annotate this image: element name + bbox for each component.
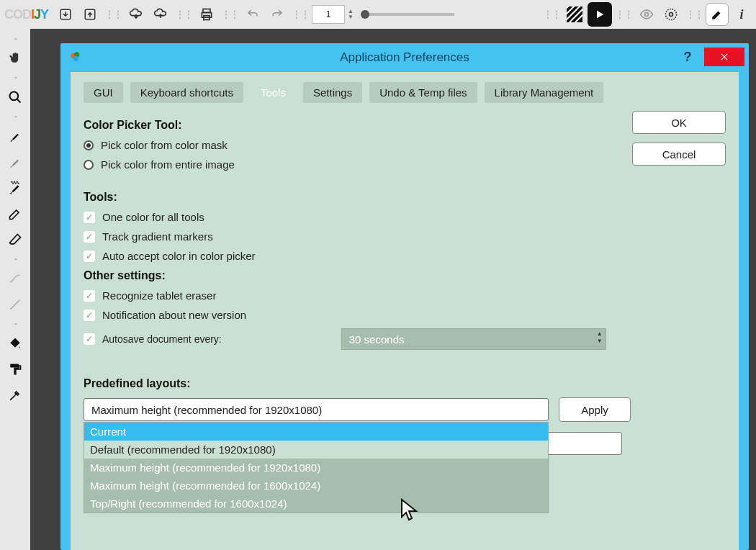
upload-box-icon — [84, 8, 96, 21]
eye-icon — [639, 7, 654, 22]
apply-button[interactable]: Apply — [559, 397, 631, 422]
tab-gui[interactable]: GUI — [84, 82, 123, 103]
line-tool[interactable] — [3, 292, 27, 317]
zoom-tool[interactable] — [3, 85, 27, 109]
checkbox-autosave-label: Autosave document every: — [102, 333, 222, 345]
radio-pick-mask[interactable]: Pick color from color mask — [84, 139, 631, 151]
diagonal-pattern-icon — [567, 6, 582, 22]
dialog-title: Application Preferences — [60, 43, 749, 72]
checkbox-track-gradient[interactable]: ✓Track gradient markers — [84, 230, 631, 243]
left-toolbar: ··· ··· ··· ··· ··· — [0, 29, 30, 550]
layout-select[interactable]: Maximum height (recommended for 1920x108… — [84, 398, 549, 421]
separator: ··· — [6, 256, 24, 262]
dropdown-item-topright[interactable]: Top/Right (recommended for 1600x1024) — [84, 495, 548, 513]
play-icon — [594, 9, 606, 20]
dialog-action-buttons: OK Cancel — [632, 111, 726, 166]
radio-label: Pick color from color mask — [101, 139, 228, 151]
layout-dropdown: Current Default (recommended for 1920x10… — [84, 422, 549, 513]
page-number-input[interactable]: 1 — [312, 5, 345, 24]
tab-settings[interactable]: Settings — [303, 82, 362, 103]
play-button[interactable] — [588, 2, 612, 27]
separator: ⋮⋮ — [684, 9, 704, 20]
separator: ⋮⋮ — [290, 9, 310, 20]
eyedropper-tool[interactable] — [3, 383, 27, 407]
print-button[interactable] — [195, 3, 218, 26]
checkbox-label: Notification about new version — [102, 309, 246, 321]
dropdown-item-maxh-1600[interactable]: Maximum height (recommended for 1600x102… — [84, 477, 548, 495]
checkbox-tablet-eraser[interactable]: ✓Recognize tablet eraser — [84, 289, 631, 302]
separator: ⋮⋮ — [220, 9, 240, 20]
roller-tool[interactable] — [3, 357, 27, 382]
tab-tools[interactable]: Tools — [251, 82, 296, 103]
separator: ⋮⋮ — [613, 9, 634, 20]
separator: ··· — [6, 36, 24, 42]
visibility-button[interactable] — [635, 3, 658, 26]
ok-button[interactable]: OK — [632, 111, 726, 134]
pattern-brush-icon — [7, 180, 23, 196]
redo-button[interactable] — [266, 3, 289, 26]
checkbox-notify-version[interactable]: ✓Notification about new version — [84, 309, 631, 321]
separator: ⋮⋮ — [174, 9, 194, 20]
aperture-button[interactable] — [660, 3, 683, 26]
close-button[interactable] — [704, 48, 744, 66]
bucket-tool[interactable] — [3, 331, 27, 356]
magnifier-icon — [8, 90, 22, 104]
brush-tool[interactable] — [3, 124, 27, 148]
radio-pick-entire[interactable]: Pick color from entire image — [84, 158, 631, 171]
tab-library[interactable]: Library Management — [485, 82, 604, 103]
dropdown-item-maxh-1920[interactable]: Maximum height (recommended for 1920x108… — [84, 459, 548, 477]
separator: ··· — [6, 321, 24, 327]
radio-icon — [84, 160, 94, 170]
gradient-brush-tool[interactable] — [3, 150, 27, 174]
mouse-cursor — [400, 498, 420, 523]
zoom-slider[interactable] — [361, 13, 454, 16]
edit-button[interactable] — [706, 3, 729, 26]
pattern-brush-tool[interactable] — [3, 176, 27, 200]
cloud-down-button[interactable] — [125, 3, 148, 26]
pencil-tool[interactable] — [3, 202, 27, 226]
curve-tool[interactable] — [3, 266, 27, 291]
checkbox-label: Auto accept color in color picker — [102, 250, 256, 262]
radio-label: Pick color from entire image — [101, 158, 235, 171]
tab-undo[interactable]: Undo & Temp files — [369, 82, 477, 103]
top-toolbar: CODIJY ⋮⋮ ⋮⋮ ⋮⋮ ⋮⋮ 1 ▲▼ ⋮⋮ ⋮⋮ ⋮⋮ i — [0, 0, 756, 29]
download-box-icon — [59, 8, 72, 21]
svg-rect-10 — [10, 364, 19, 368]
help-button[interactable]: ? — [678, 48, 697, 66]
cloud-up-button[interactable] — [149, 3, 172, 26]
pencil-icon — [711, 8, 724, 21]
tab-keyboard[interactable]: Keyboard shortcuts — [130, 82, 243, 103]
eraser-icon — [8, 233, 22, 247]
curve-icon — [8, 271, 22, 286]
separator: ⋮⋮ — [541, 9, 562, 20]
cloud-upload-icon — [153, 7, 168, 22]
save-button[interactable] — [78, 3, 102, 26]
section-layouts: Predefined layouts: — [84, 377, 631, 390]
page-spinner[interactable]: ▲▼ — [348, 9, 354, 20]
undo-button[interactable] — [241, 3, 264, 26]
undo-icon — [246, 8, 259, 21]
roller-icon — [8, 362, 22, 377]
pattern-button[interactable] — [563, 3, 586, 26]
layout-select-value: Maximum height (recommended for 1920x108… — [91, 404, 322, 416]
radio-icon — [84, 140, 94, 150]
checkbox-label: Recognize tablet eraser — [102, 289, 216, 302]
bucket-icon — [8, 336, 22, 351]
checkbox-icon: ✓ — [84, 212, 95, 223]
eraser-tool[interactable] — [3, 227, 27, 252]
open-button[interactable] — [54, 3, 77, 26]
select-spinner[interactable]: ▲▼ — [597, 330, 603, 345]
select-value: 30 seconds — [349, 333, 405, 346]
cursor-icon — [400, 498, 420, 523]
checkbox-auto-accept[interactable]: ✓Auto accept color in color picker — [84, 250, 631, 262]
autosave-interval-select[interactable]: 30 seconds ▲▼ — [341, 328, 606, 350]
dropdown-item-current[interactable]: Current — [84, 423, 548, 441]
dropdown-item-default[interactable]: Default (recommended for 1920x1080) — [84, 441, 548, 459]
checkbox-one-color[interactable]: ✓One color for all tools — [84, 211, 631, 223]
brush-icon — [8, 129, 22, 143]
hand-icon — [8, 51, 22, 66]
hand-tool[interactable] — [3, 46, 27, 71]
info-button[interactable]: i — [730, 3, 753, 26]
section-other: Other settings: — [84, 269, 631, 282]
cancel-button[interactable]: Cancel — [632, 143, 726, 166]
